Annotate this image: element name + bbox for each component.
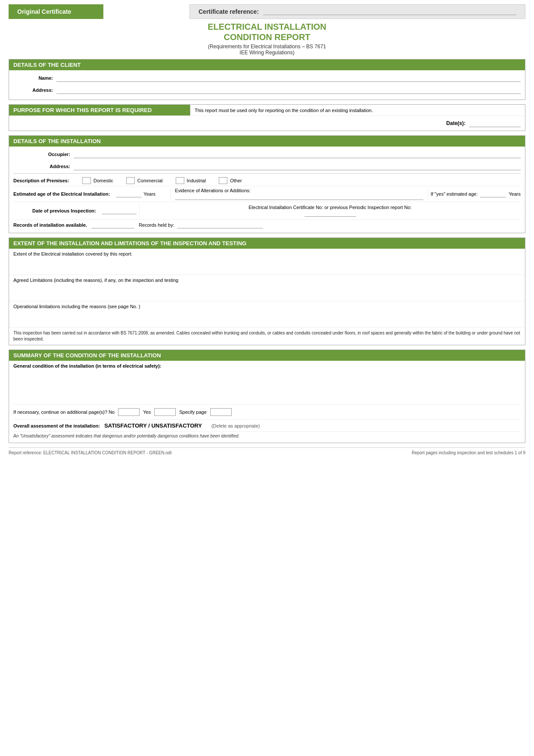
- extent-coverage-value[interactable]: [13, 256, 521, 272]
- other-label: Other: [230, 178, 242, 183]
- records-held-value[interactable]: [177, 222, 263, 228]
- purpose-note: This report must be used only for report…: [190, 105, 525, 116]
- installation-address-row: Address:: [13, 161, 521, 172]
- unsatisfactory-note: An "Unsatisfactory" assessment indicates…: [13, 432, 521, 440]
- est-age-value[interactable]: [116, 191, 142, 197]
- client-section-header: DETAILS OF THE CLIENT: [9, 59, 525, 70]
- summary-content: General condition of the installation (i…: [9, 361, 525, 443]
- client-address-label: Address:: [13, 87, 56, 93]
- date-label: Date(s):: [446, 120, 466, 126]
- client-name-row: Name:: [13, 73, 521, 83]
- industrial-checkbox[interactable]: [176, 177, 184, 184]
- top-bar: Original Certificate Certificate referen…: [9, 4, 525, 19]
- installation-address-label: Address:: [13, 164, 74, 169]
- certificate-reference-box: Certificate reference:: [189, 4, 525, 19]
- records-label: Records of installation available.: [13, 222, 87, 228]
- divider1: [13, 173, 521, 174]
- purpose-section-header: PURPOSE FOR WHICH THIS REPORT IS REQUIRE…: [9, 105, 190, 116]
- industrial-option: Industrial: [176, 177, 206, 184]
- other-checkbox[interactable]: [219, 177, 227, 184]
- industrial-label: Industrial: [187, 178, 206, 183]
- overall-assessment-row: Overall assessment of the installation: …: [13, 420, 521, 432]
- elec-cert-label: Electrical Installation Certificate No: …: [248, 205, 411, 210]
- summary-section-header: SUMMARY OF THE CONDITION OF THE INSTALLA…: [9, 350, 525, 361]
- if-yes-value[interactable]: [480, 191, 506, 197]
- extent-disclaimer: This inspection has been carried out in …: [9, 328, 525, 345]
- premises-row: Description of Premises: Domestic Commer…: [13, 175, 521, 186]
- footer-left: Report reference: ELECTRICAL INSTALLATIO…: [9, 450, 171, 455]
- commercial-option: Commercial: [126, 177, 163, 184]
- client-section-content: Name: Address:: [9, 70, 525, 100]
- date-area: Date(s):: [435, 119, 521, 127]
- installation-address-value[interactable]: [74, 162, 521, 170]
- installation-section-header: DETAILS OF THE INSTALLATION: [9, 136, 525, 147]
- prev-inspection-label: Date of previous Inspection:: [13, 208, 99, 213]
- client-name-label: Name:: [13, 75, 56, 81]
- certificate-reference-value[interactable]: [263, 8, 516, 15]
- domestic-option: Domestic: [82, 177, 113, 184]
- extent-agreed-value[interactable]: [13, 283, 521, 298]
- delete-note: (Delete as appropriate): [211, 423, 260, 428]
- extent-agreed-area: Agreed Limitations (including the reason…: [9, 275, 525, 301]
- continue-no-value[interactable]: [118, 408, 140, 416]
- client-name-value[interactable]: [56, 74, 521, 82]
- occupier-value[interactable]: [74, 150, 521, 158]
- client-address-value[interactable]: [56, 86, 521, 94]
- client-section: DETAILS OF THE CLIENT Name: Address:: [9, 59, 525, 100]
- installation-section: DETAILS OF THE INSTALLATION Occupier: Ad…: [9, 135, 525, 233]
- if-yes-label: If "yes" estimated age:: [431, 191, 478, 197]
- specify-page-value[interactable]: [210, 408, 232, 416]
- elec-cert-value[interactable]: [304, 210, 356, 217]
- est-age-years: Years: [116, 191, 168, 197]
- premises-label: Description of Premises:: [13, 178, 82, 183]
- extent-coverage-label: Extent of the Electrical installation co…: [9, 249, 525, 275]
- domestic-label: Domestic: [93, 178, 113, 183]
- summary-general-value[interactable]: [13, 370, 521, 405]
- evidence-label: Evidence of Alterations or Additions:: [175, 188, 423, 193]
- records-held-label: Records held by:: [139, 222, 174, 228]
- records-held: Records held by:: [139, 222, 263, 228]
- overall-label: Overall assessment of the installation:: [13, 423, 100, 428]
- purpose-input-area[interactable]: [13, 119, 435, 127]
- premises-options: Domestic Commercial Industrial Other: [82, 177, 521, 184]
- continue-yes-value[interactable]: [154, 408, 176, 416]
- date-value[interactable]: [469, 119, 521, 127]
- prev-inspection-value[interactable]: [102, 207, 137, 214]
- years-label: Years: [143, 191, 155, 197]
- est-age-row: Estimated age of the Electrical Installa…: [13, 186, 521, 202]
- continue-label: If necessary, continue on additional pag…: [13, 409, 115, 415]
- yes-label: Yes: [143, 409, 151, 415]
- certificate-reference-label: Certificate reference:: [199, 8, 259, 15]
- installation-section-content: Occupier: Address: Description of Premis…: [9, 147, 525, 233]
- est-age-label: Estimated age of the Electrical Installa…: [13, 191, 113, 197]
- summary-section: SUMMARY OF THE CONDITION OF THE INSTALLA…: [9, 350, 525, 443]
- purpose-bottom: Date(s):: [9, 116, 525, 131]
- extent-operational-value[interactable]: [13, 309, 521, 325]
- domestic-checkbox[interactable]: [82, 177, 91, 184]
- commercial-label: Commercial: [137, 178, 163, 183]
- original-certificate-box: Original Certificate: [9, 4, 103, 19]
- elec-cert-col: Electrical Installation Certificate No: …: [139, 204, 521, 218]
- prev-inspection-row: Date of previous Inspection: Electrical …: [13, 202, 521, 220]
- summary-continue-row: If necessary, continue on additional pag…: [13, 405, 521, 420]
- years-label2: Years: [509, 191, 521, 197]
- records-row: Records of installation available. Recor…: [13, 220, 521, 230]
- occupier-row: Occupier:: [13, 149, 521, 159]
- overall-value: SATISFACTORY / UNSATISFACTORY: [104, 422, 202, 429]
- main-title-line1: ELECTRICAL INSTALLATION CONDITION REPORT: [9, 22, 525, 42]
- if-yes-col: If "yes" estimated age: Years: [431, 191, 521, 197]
- page: Original Certificate Certificate referen…: [0, 0, 534, 756]
- other-option: Other: [219, 177, 242, 184]
- commercial-checkbox[interactable]: [126, 177, 135, 184]
- records-available-value[interactable]: [91, 222, 134, 228]
- evidence-col: Evidence of Alterations or Additions:: [170, 188, 428, 200]
- subtitle: (Requirements for Electrical Installatio…: [9, 44, 525, 56]
- extent-agreed-label: Agreed Limitations (including the reason…: [13, 278, 178, 283]
- extent-section: EXTENT OF THE INSTALLATION AND LIMITATIO…: [9, 237, 525, 345]
- occupier-label: Occupier:: [13, 152, 74, 157]
- specify-label: Specify page: [179, 409, 207, 415]
- extent-section-header: EXTENT OF THE INSTALLATION AND LIMITATIO…: [9, 238, 525, 249]
- title-block: ELECTRICAL INSTALLATION CONDITION REPORT…: [9, 22, 525, 56]
- evidence-value[interactable]: [175, 193, 423, 200]
- client-address-row: Address:: [13, 85, 521, 95]
